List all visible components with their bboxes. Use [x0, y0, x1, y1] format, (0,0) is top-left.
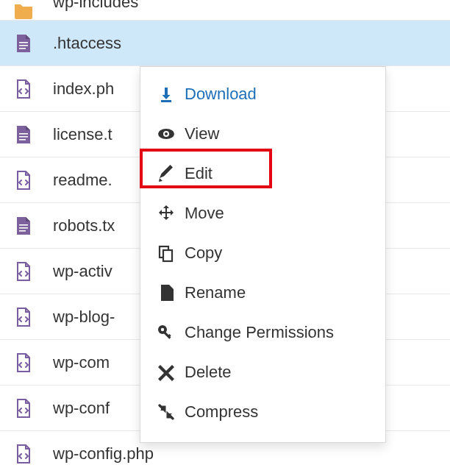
file-name: robots.tx	[53, 216, 115, 235]
menu-label: Edit	[185, 164, 213, 183]
copy-icon	[157, 244, 176, 263]
file-name: wp-conf	[53, 399, 110, 418]
menu-label: Compress	[185, 402, 258, 422]
rename-icon	[157, 283, 176, 302]
text-file-icon	[13, 216, 34, 236]
compress-icon	[157, 402, 176, 422]
menu-rename[interactable]: Rename	[157, 273, 369, 313]
file-row-selected[interactable]: .htaccess	[0, 21, 450, 66]
file-name: license.t	[53, 125, 113, 144]
delete-icon	[157, 363, 176, 382]
file-name: .htaccess	[53, 34, 121, 53]
text-file-icon	[13, 33, 34, 54]
code-file-icon	[13, 398, 34, 419]
text-file-icon	[13, 124, 34, 145]
menu-change-permissions[interactable]: Change Permissions	[157, 313, 369, 352]
menu-edit[interactable]: Edit	[157, 154, 369, 193]
pencil-icon	[157, 164, 176, 183]
menu-view[interactable]: View	[157, 114, 369, 154]
file-name: readme.	[53, 171, 113, 190]
menu-move[interactable]: Move	[157, 193, 369, 233]
context-menu: Download View Edit Move Copy Rename Chan…	[140, 66, 386, 443]
menu-label: Download	[185, 85, 257, 104]
eye-icon	[157, 124, 176, 143]
code-file-icon	[13, 352, 34, 373]
menu-label: Delete	[185, 363, 232, 382]
folder-icon	[13, 0, 34, 21]
file-row-folder[interactable]: wp-includes	[0, 0, 450, 21]
code-file-icon	[13, 79, 34, 99]
file-name: wp-blog-	[53, 308, 115, 327]
menu-delete[interactable]: Delete	[157, 352, 369, 392]
menu-label: Change Permissions	[185, 323, 334, 342]
menu-label: View	[185, 124, 219, 143]
move-icon	[157, 204, 176, 223]
file-name: wp-activ	[53, 262, 113, 281]
menu-label: Move	[185, 204, 224, 223]
menu-copy[interactable]: Copy	[157, 233, 369, 273]
code-file-icon	[13, 444, 34, 464]
menu-download[interactable]: Download	[157, 74, 369, 114]
key-icon	[157, 323, 176, 342]
menu-label: Rename	[185, 283, 246, 302]
menu-label: Copy	[185, 244, 222, 263]
code-file-icon	[13, 170, 34, 191]
file-name: wp-config.php	[53, 444, 154, 463]
menu-compress[interactable]: Compress	[157, 392, 369, 432]
file-name: index.ph	[53, 79, 114, 99]
file-name: wp-com	[53, 353, 110, 372]
file-name: wp-includes	[53, 0, 138, 12]
code-file-icon	[13, 261, 34, 282]
code-file-icon	[13, 307, 34, 327]
download-icon	[157, 85, 176, 104]
